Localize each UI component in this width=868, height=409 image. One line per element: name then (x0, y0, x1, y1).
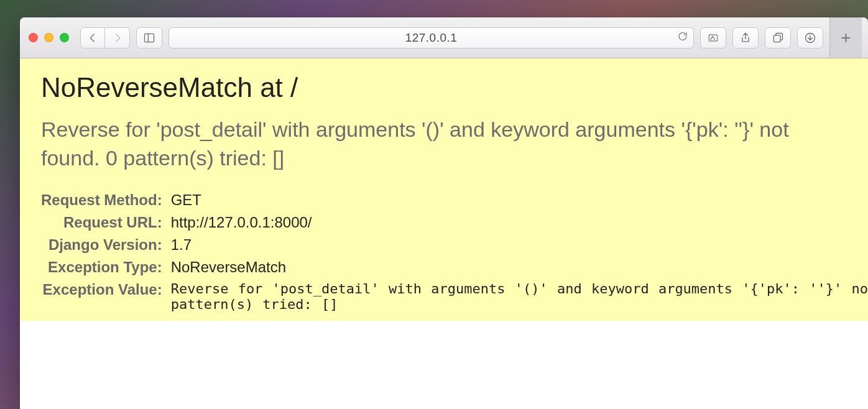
meta-label: Django Version: (41, 234, 171, 256)
table-row: Exception Value: Reverse for 'post_detai… (41, 278, 868, 315)
download-circle-icon (804, 32, 816, 44)
window-controls (29, 33, 69, 42)
reload-button[interactable] (677, 30, 688, 45)
sidebar-icon (143, 32, 155, 44)
svg-rect-4 (773, 35, 780, 42)
chevron-left-icon (87, 32, 98, 44)
window-close-button[interactable] (29, 33, 38, 42)
window-minimize-button[interactable] (44, 33, 53, 42)
meta-value: NoReverseMatch (171, 256, 868, 278)
window-zoom-button[interactable] (60, 33, 69, 42)
reader-icon (707, 32, 719, 44)
meta-value: 1.7 (171, 234, 868, 256)
share-icon (739, 32, 752, 44)
tabs-button[interactable] (765, 27, 791, 48)
svg-rect-2 (709, 35, 717, 41)
new-tab-button[interactable]: + (829, 17, 862, 58)
error-meta-table: Request Method: GET Request URL: http://… (41, 189, 868, 315)
django-error-summary: NoReverseMatch at / Reverse for 'post_de… (20, 58, 868, 321)
table-row: Request Method: GET (41, 189, 868, 211)
page-content: NoReverseMatch at / Reverse for 'post_de… (20, 58, 868, 409)
browser-toolbar: 127.0.0.1 (20, 17, 868, 58)
back-button[interactable] (80, 27, 105, 48)
browser-window: 127.0.0.1 (20, 17, 868, 409)
table-row: Exception Type: NoReverseMatch (41, 256, 868, 278)
nav-back-forward-group (80, 27, 130, 48)
table-row: Django Version: 1.7 (41, 234, 868, 256)
meta-value: Reverse for 'post_detail' with arguments… (171, 278, 868, 315)
table-row: Request URL: http://127.0.0.1:8000/ (41, 211, 868, 234)
reader-button[interactable] (700, 27, 726, 48)
address-bar[interactable]: 127.0.0.1 (169, 27, 694, 48)
downloads-button[interactable] (797, 27, 823, 48)
reload-icon (677, 30, 688, 42)
svg-rect-0 (145, 34, 154, 42)
chevron-right-icon (112, 32, 123, 44)
forward-button[interactable] (105, 27, 130, 48)
error-title: NoReverseMatch at / (41, 72, 847, 103)
address-bar-text: 127.0.0.1 (193, 31, 670, 45)
meta-value: http://127.0.0.1:8000/ (171, 211, 868, 234)
meta-label: Exception Value: (41, 278, 171, 315)
meta-label: Request Method: (41, 189, 171, 211)
sidebar-toggle-button[interactable] (136, 27, 162, 48)
meta-value: GET (171, 189, 868, 211)
plus-icon: + (841, 28, 851, 48)
share-button[interactable] (732, 27, 759, 48)
error-subtitle: Reverse for 'post_detail' with arguments… (41, 116, 847, 173)
meta-label: Request URL: (41, 211, 171, 234)
meta-label: Exception Type: (41, 256, 171, 278)
tabs-icon (772, 32, 784, 44)
